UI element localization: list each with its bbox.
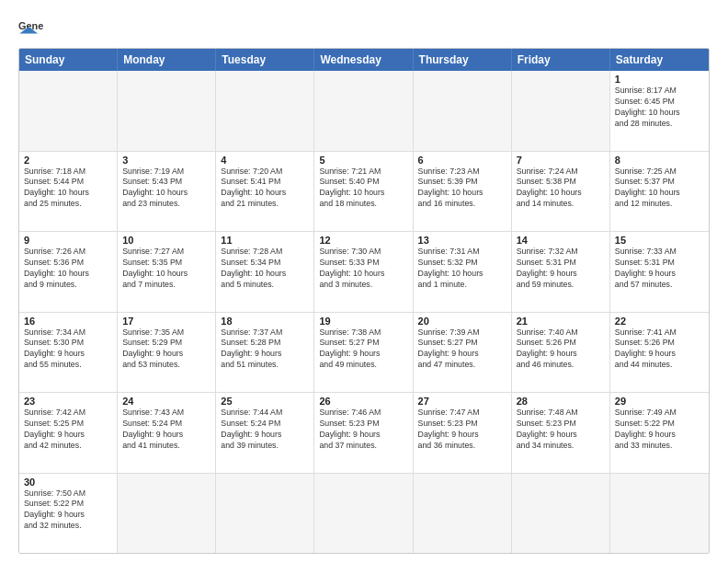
cell-info: Sunrise: 7:25 AM Sunset: 5:37 PM Dayligh… <box>615 167 704 211</box>
day-number: 29 <box>615 396 704 407</box>
cell-info: Sunrise: 7:43 AM Sunset: 5:24 PM Dayligh… <box>122 408 210 452</box>
cell-info: Sunrise: 7:50 AM Sunset: 5:22 PM Dayligh… <box>24 488 112 533</box>
day-number: 27 <box>418 396 506 407</box>
calendar-cell: 10Sunrise: 7:27 AM Sunset: 5:35 PM Dayli… <box>118 232 216 312</box>
calendar-cell <box>610 474 709 554</box>
day-number: 8 <box>615 155 704 166</box>
day-number: 20 <box>418 316 506 327</box>
cell-info: Sunrise: 7:47 AM Sunset: 5:23 PM Dayligh… <box>418 408 506 452</box>
calendar-cell <box>512 71 610 151</box>
calendar-row: 30Sunrise: 7:50 AM Sunset: 5:22 PM Dayli… <box>19 474 709 554</box>
calendar-cell: 15Sunrise: 7:33 AM Sunset: 5:31 PM Dayli… <box>610 232 709 312</box>
calendar-cell: 16Sunrise: 7:34 AM Sunset: 5:30 PM Dayli… <box>19 313 118 393</box>
day-number: 24 <box>122 396 210 407</box>
day-of-week-header: Monday <box>118 49 216 71</box>
day-number: 28 <box>517 396 605 407</box>
cell-info: Sunrise: 7:20 AM Sunset: 5:41 PM Dayligh… <box>221 167 309 211</box>
cell-info: Sunrise: 7:23 AM Sunset: 5:39 PM Dayligh… <box>418 167 506 211</box>
day-number: 15 <box>615 235 704 246</box>
calendar-cell: 13Sunrise: 7:31 AM Sunset: 5:32 PM Dayli… <box>414 232 512 312</box>
cell-info: Sunrise: 7:32 AM Sunset: 5:31 PM Dayligh… <box>517 247 605 291</box>
day-number: 18 <box>221 316 309 327</box>
cell-info: Sunrise: 8:17 AM Sunset: 6:45 PM Dayligh… <box>615 86 704 130</box>
day-number: 9 <box>24 235 112 246</box>
calendar-cell: 1Sunrise: 8:17 AM Sunset: 6:45 PM Daylig… <box>610 71 709 151</box>
calendar-cell <box>512 474 610 554</box>
day-number: 21 <box>517 316 605 327</box>
cell-info: Sunrise: 7:35 AM Sunset: 5:29 PM Dayligh… <box>122 327 210 372</box>
calendar-cell: 8Sunrise: 7:25 AM Sunset: 5:37 PM Daylig… <box>610 152 709 232</box>
day-of-week-header: Wednesday <box>314 49 413 71</box>
calendar-cell: 26Sunrise: 7:46 AM Sunset: 5:23 PM Dayli… <box>314 393 413 473</box>
day-number: 16 <box>24 316 112 327</box>
cell-info: Sunrise: 7:28 AM Sunset: 5:34 PM Dayligh… <box>221 247 309 291</box>
cell-info: Sunrise: 7:39 AM Sunset: 5:27 PM Dayligh… <box>418 327 506 372</box>
calendar-cell <box>118 71 216 151</box>
day-number: 25 <box>221 396 309 407</box>
calendar-cell: 24Sunrise: 7:43 AM Sunset: 5:24 PM Dayli… <box>118 393 216 473</box>
day-number: 7 <box>517 155 605 166</box>
calendar-cell <box>414 71 512 151</box>
calendar-cell: 4Sunrise: 7:20 AM Sunset: 5:41 PM Daylig… <box>216 152 314 232</box>
day-number: 13 <box>418 235 506 246</box>
day-of-week-header: Sunday <box>19 49 118 71</box>
calendar-cell: 27Sunrise: 7:47 AM Sunset: 5:23 PM Dayli… <box>414 393 512 473</box>
day-number: 23 <box>24 396 112 407</box>
cell-info: Sunrise: 7:31 AM Sunset: 5:32 PM Dayligh… <box>418 247 506 291</box>
cell-info: Sunrise: 7:27 AM Sunset: 5:35 PM Dayligh… <box>122 247 210 291</box>
calendar-cell: 20Sunrise: 7:39 AM Sunset: 5:27 PM Dayli… <box>414 313 512 393</box>
day-number: 14 <box>517 235 605 246</box>
cell-info: Sunrise: 7:41 AM Sunset: 5:26 PM Dayligh… <box>615 327 704 372</box>
day-number: 26 <box>319 396 407 407</box>
logo: General <box>18 15 48 40</box>
calendar-cell <box>216 71 314 151</box>
cell-info: Sunrise: 7:34 AM Sunset: 5:30 PM Dayligh… <box>24 327 112 372</box>
day-number: 17 <box>122 316 210 327</box>
calendar-cell: 28Sunrise: 7:48 AM Sunset: 5:23 PM Dayli… <box>512 393 610 473</box>
calendar-cell: 21Sunrise: 7:40 AM Sunset: 5:26 PM Dayli… <box>512 313 610 393</box>
calendar-header: SundayMondayTuesdayWednesdayThursdayFrid… <box>19 49 709 71</box>
day-number: 5 <box>319 155 407 166</box>
calendar-cell: 14Sunrise: 7:32 AM Sunset: 5:31 PM Dayli… <box>512 232 610 312</box>
day-number: 19 <box>319 316 407 327</box>
day-number: 6 <box>418 155 506 166</box>
day-of-week-header: Thursday <box>414 49 512 71</box>
calendar-row: 9Sunrise: 7:26 AM Sunset: 5:36 PM Daylig… <box>19 232 709 313</box>
page: General SundayMondayTuesdayWednesdayThur… <box>0 0 728 563</box>
cell-info: Sunrise: 7:26 AM Sunset: 5:36 PM Dayligh… <box>24 247 112 291</box>
calendar-cell: 6Sunrise: 7:23 AM Sunset: 5:39 PM Daylig… <box>414 152 512 232</box>
cell-info: Sunrise: 7:42 AM Sunset: 5:25 PM Dayligh… <box>24 408 112 452</box>
day-number: 11 <box>221 235 309 246</box>
calendar-cell: 19Sunrise: 7:38 AM Sunset: 5:27 PM Dayli… <box>314 313 413 393</box>
calendar-cell: 25Sunrise: 7:44 AM Sunset: 5:24 PM Dayli… <box>216 393 314 473</box>
cell-info: Sunrise: 7:37 AM Sunset: 5:28 PM Dayligh… <box>221 327 309 372</box>
cell-info: Sunrise: 7:21 AM Sunset: 5:40 PM Dayligh… <box>319 167 407 211</box>
calendar-cell: 23Sunrise: 7:42 AM Sunset: 5:25 PM Dayli… <box>19 393 118 473</box>
calendar-cell <box>216 474 314 554</box>
calendar-row: 23Sunrise: 7:42 AM Sunset: 5:25 PM Dayli… <box>19 393 709 474</box>
cell-info: Sunrise: 7:38 AM Sunset: 5:27 PM Dayligh… <box>319 327 407 372</box>
header: General <box>18 15 710 40</box>
cell-info: Sunrise: 7:40 AM Sunset: 5:26 PM Dayligh… <box>517 327 605 372</box>
day-number: 12 <box>319 235 407 246</box>
day-number: 1 <box>615 74 704 85</box>
day-of-week-header: Friday <box>512 49 610 71</box>
calendar-cell <box>19 71 118 151</box>
calendar-row: 16Sunrise: 7:34 AM Sunset: 5:30 PM Dayli… <box>19 313 709 394</box>
calendar-cell <box>314 71 413 151</box>
cell-info: Sunrise: 7:44 AM Sunset: 5:24 PM Dayligh… <box>221 408 309 452</box>
calendar-cell: 18Sunrise: 7:37 AM Sunset: 5:28 PM Dayli… <box>216 313 314 393</box>
day-number: 4 <box>221 155 309 166</box>
day-number: 30 <box>24 477 112 488</box>
cell-info: Sunrise: 7:18 AM Sunset: 5:44 PM Dayligh… <box>24 167 112 211</box>
calendar: SundayMondayTuesdayWednesdayThursdayFrid… <box>18 48 710 554</box>
day-of-week-header: Saturday <box>610 49 709 71</box>
calendar-cell: 7Sunrise: 7:24 AM Sunset: 5:38 PM Daylig… <box>512 152 610 232</box>
calendar-cell: 29Sunrise: 7:49 AM Sunset: 5:22 PM Dayli… <box>610 393 709 473</box>
day-number: 10 <box>122 235 210 246</box>
logo-icon: General <box>18 15 44 40</box>
cell-info: Sunrise: 7:33 AM Sunset: 5:31 PM Dayligh… <box>615 247 704 291</box>
cell-info: Sunrise: 7:48 AM Sunset: 5:23 PM Dayligh… <box>517 408 605 452</box>
calendar-cell: 3Sunrise: 7:19 AM Sunset: 5:43 PM Daylig… <box>118 152 216 232</box>
calendar-cell: 5Sunrise: 7:21 AM Sunset: 5:40 PM Daylig… <box>314 152 413 232</box>
